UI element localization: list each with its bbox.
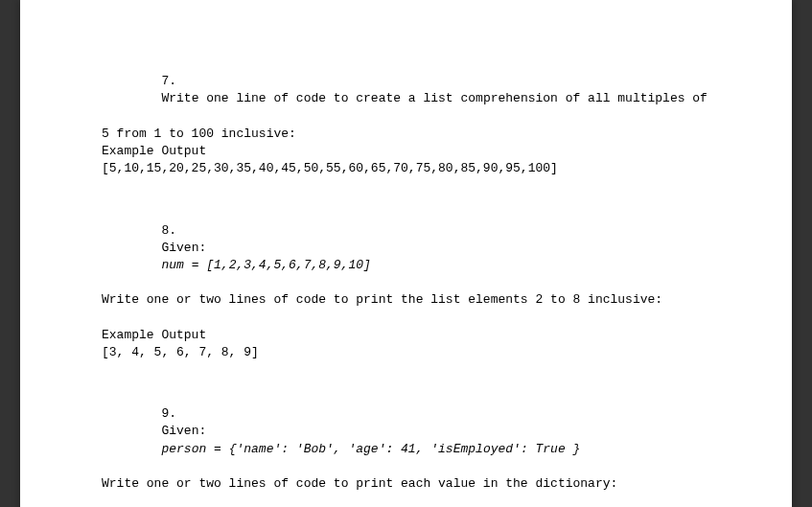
question-9-given-line: 9. Given: person = {'name': 'Bob', 'age'… xyxy=(102,388,710,475)
question-8-given-code: num = [1,2,3,4,5,6,7,8,9,10] xyxy=(161,258,370,272)
question-8-example-output: [3, 4, 5, 6, 7, 8, 9] xyxy=(102,344,710,361)
question-9-number: 9. xyxy=(161,406,183,421)
pdf-viewer-viewport: 7. Write one line of code to create a li… xyxy=(0,0,812,507)
question-8-prompt: Write one or two lines of code to print … xyxy=(102,291,710,309)
question-8-given-label: Given: xyxy=(161,241,214,255)
question-9-given-label: Given: xyxy=(161,424,214,438)
question-7-example-output: [5,10,15,20,25,30,35,40,45,50,55,60,65,7… xyxy=(102,160,710,177)
question-9: 9. Given: person = {'name': 'Bob', 'age'… xyxy=(102,388,710,507)
question-8-example-label: Example Output xyxy=(102,327,710,344)
question-8: 8. Given: num = [1,2,3,4,5,6,7,8,9,10] W… xyxy=(102,204,710,361)
question-7-text-line2: 5 from 1 to 100 inclusive: xyxy=(102,126,710,143)
question-7-prompt-line1: 7. Write one line of code to create a li… xyxy=(102,56,710,126)
question-7-text-line1: Write one line of code to create a list … xyxy=(161,91,708,105)
question-7: 7. Write one line of code to create a li… xyxy=(102,56,710,177)
question-8-given-line: 8. Given: num = [1,2,3,4,5,6,7,8,9,10] xyxy=(102,204,710,291)
spacer xyxy=(102,493,710,507)
question-7-example-label: Example Output xyxy=(102,143,710,160)
question-7-number: 7. xyxy=(161,74,183,88)
question-8-number: 8. xyxy=(161,223,183,238)
document-page: 7. Write one line of code to create a li… xyxy=(20,0,792,507)
question-9-given-code: person = {'name': 'Bob', 'age': 41, 'isE… xyxy=(161,442,580,456)
question-9-prompt: Write one or two lines of code to print … xyxy=(102,475,710,493)
spacer xyxy=(102,309,710,326)
